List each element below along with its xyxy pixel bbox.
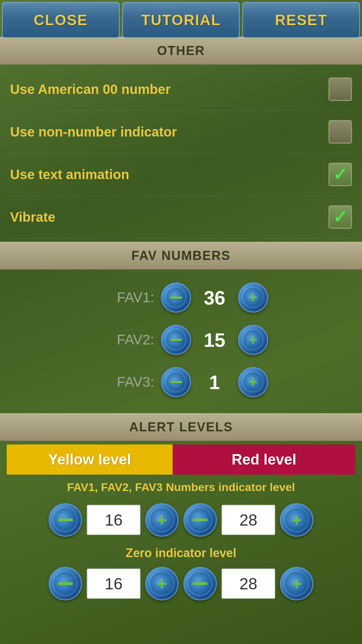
fav-area: FAV1: 36 + FAV2: 15: [0, 270, 362, 413]
zero-red-minus-button[interactable]: [183, 567, 217, 600]
fav-red-plus-button[interactable]: +: [280, 503, 313, 537]
vibrate-checkbox[interactable]: [328, 205, 352, 229]
fav-yellow-minus-button[interactable]: [49, 503, 82, 537]
zero-yellow-plus-button[interactable]: +: [145, 567, 179, 600]
zero-indicator-level-label: Zero indicator level: [7, 540, 355, 564]
american00-label: Use American 00 number: [10, 82, 171, 97]
zero-red-plus-button[interactable]: +: [280, 567, 313, 600]
settings-area: Use American 00 number Use non-number in…: [0, 65, 362, 242]
setting-row-non-number: Use non-number indicator: [7, 111, 355, 153]
fav2-value: 15: [198, 329, 231, 351]
fav2-label: FAV2:: [94, 332, 154, 348]
fav3-minus-button[interactable]: [161, 367, 191, 397]
fav1-label: FAV1:: [94, 289, 154, 306]
top-bar: CLOSE TUTORIAL RESET: [0, 0, 362, 37]
fav-section-header: FAV NUMBERS: [0, 242, 362, 270]
non-number-checkbox[interactable]: [328, 120, 352, 144]
fav1-row: FAV1: 36 +: [7, 276, 355, 319]
reset-button[interactable]: RESET: [242, 2, 360, 38]
tutorial-button[interactable]: TUTORIAL: [122, 2, 240, 38]
fav3-plus-button[interactable]: +: [238, 367, 268, 397]
setting-row-text-anim: Use text animation: [7, 153, 355, 196]
fav3-label: FAV3:: [94, 374, 154, 390]
fav3-row: FAV3: 1 +: [7, 361, 355, 403]
red-level-label: Red level: [173, 444, 355, 475]
fav2-plus-icon: +: [249, 332, 257, 347]
vibrate-label: Vibrate: [10, 210, 55, 225]
fav-alert-controls: 16 + 28 +: [7, 500, 355, 540]
zero-red-value[interactable]: 28: [222, 569, 275, 599]
fav-yellow-value[interactable]: 16: [87, 505, 140, 535]
text-anim-label: Use text animation: [10, 167, 129, 182]
alert-section-header: ALERT LEVELS: [0, 413, 362, 441]
zero-alert-controls: 16 + 28 +: [7, 564, 355, 604]
fav2-minus-button[interactable]: [161, 325, 191, 355]
fav-yellow-plus-button[interactable]: +: [145, 503, 179, 537]
alert-area: Yellow level Red level FAV1, FAV2, FAV3 …: [0, 444, 362, 614]
fav-yellow-plus-icon: +: [157, 510, 167, 530]
fav-red-minus-button[interactable]: [183, 503, 217, 537]
fav1-plus-icon: +: [249, 290, 257, 305]
setting-row-vibrate: Vibrate: [7, 196, 355, 238]
zero-yellow-minus-button[interactable]: [49, 567, 82, 600]
alert-color-bar: Yellow level Red level: [7, 444, 355, 475]
fav-red-plus-icon: +: [292, 510, 302, 530]
zero-yellow-plus-icon: +: [157, 574, 167, 594]
other-section-header: OTHER: [0, 37, 362, 65]
non-number-label: Use non-number indicator: [10, 124, 177, 140]
zero-red-plus-icon: +: [292, 574, 302, 594]
fav3-plus-icon: +: [249, 375, 257, 389]
setting-row-american00: Use American 00 number: [7, 68, 355, 111]
american00-checkbox[interactable]: [328, 77, 352, 101]
fav2-plus-button[interactable]: +: [238, 325, 268, 355]
fav3-value: 1: [198, 371, 231, 393]
fav-indicator-level-label: FAV1, FAV2, FAV3 Numbers indicator level: [7, 478, 355, 500]
fav1-minus-button[interactable]: [161, 282, 191, 313]
fav1-value: 36: [198, 286, 231, 309]
zero-yellow-value[interactable]: 16: [87, 569, 140, 599]
fav2-row: FAV2: 15 +: [7, 319, 355, 361]
yellow-level-label: Yellow level: [7, 444, 173, 475]
close-button[interactable]: CLOSE: [2, 2, 120, 38]
fav1-plus-button[interactable]: +: [238, 282, 268, 313]
fav-red-value[interactable]: 28: [222, 505, 275, 535]
text-anim-checkbox[interactable]: [328, 163, 352, 186]
